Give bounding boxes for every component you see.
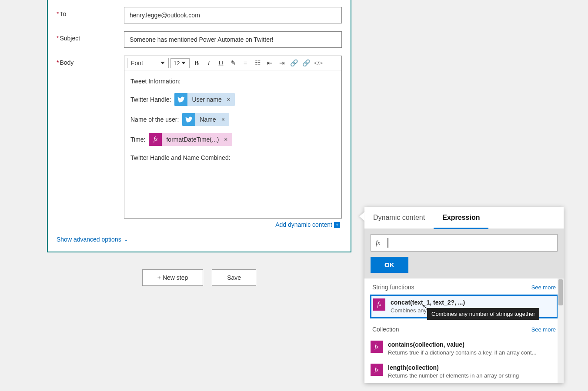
flow-action-row: + New step Save <box>47 269 351 286</box>
section-string-functions: String functions See more <box>364 278 564 295</box>
email-action-card: *To *Subject *Body Font 12 B I U ✎ ≡ ☷ <box>47 0 351 252</box>
fontsize-dropdown[interactable]: 12 <box>170 58 190 68</box>
twitter-icon <box>174 93 187 106</box>
chevron-down-icon: ⌄ <box>124 236 128 242</box>
font-dropdown[interactable]: Font <box>127 58 169 68</box>
function-list: String functions See more fx concat(text… <box>364 278 564 383</box>
fx-icon: fx <box>371 239 385 247</box>
editor-toolbar: Font 12 B I U ✎ ≡ ☷ ⇤ ⇥ 🔗 🔗 </> <box>124 56 341 70</box>
link-button[interactable]: 🔗 <box>289 58 299 68</box>
scroll-thumb[interactable] <box>558 279 563 305</box>
section-collection: Collection See more <box>364 321 564 337</box>
show-advanced-options-link[interactable]: Show advanced options ⌄ <box>57 236 342 243</box>
label-body: *Body <box>57 56 124 66</box>
bullet-list-button[interactable]: ≡ <box>240 58 251 68</box>
subject-input[interactable] <box>124 31 342 48</box>
add-dynamic-content-link[interactable]: Add dynamic content+ <box>124 219 342 228</box>
popover-arrow <box>359 212 364 221</box>
body-text: Twitter Handle: <box>130 95 171 104</box>
body-text: Name of the user: <box>130 115 179 124</box>
see-more-link[interactable]: See more <box>531 284 556 291</box>
plus-icon: + <box>334 222 340 228</box>
fx-icon: fx <box>371 364 383 376</box>
row-subject: *Subject <box>57 31 342 48</box>
see-more-link[interactable]: See more <box>531 326 556 333</box>
caret-icon <box>181 62 186 64</box>
caret-icon <box>160 62 165 64</box>
codeview-button[interactable]: </> <box>313 58 324 68</box>
text-color-button[interactable]: ✎ <box>228 58 238 68</box>
expression-input[interactable]: fx <box>371 234 558 252</box>
underline-button[interactable]: U <box>216 58 226 68</box>
token-username[interactable]: User name × <box>174 93 235 106</box>
indent-button[interactable]: ⇥ <box>277 58 287 68</box>
fx-icon: fx <box>373 298 385 311</box>
to-input[interactable] <box>124 7 342 23</box>
label-to: *To <box>57 7 124 17</box>
function-concat[interactable]: fx concat(text_1, text_2?, ...) Combines… <box>371 295 558 318</box>
ok-button[interactable]: OK <box>371 257 408 273</box>
token-expression[interactable]: fx formatDateTime(...) × <box>149 133 232 146</box>
body-editor[interactable]: Font 12 B I U ✎ ≡ ☷ ⇤ ⇥ 🔗 🔗 </> Tweet In… <box>124 56 342 219</box>
token-name[interactable]: Name × <box>182 113 229 126</box>
expression-popover: Dynamic content Expression fx OK String … <box>364 207 564 383</box>
fx-icon: fx <box>149 133 162 146</box>
row-to: *To <box>57 7 342 23</box>
number-list-button[interactable]: ☷ <box>252 58 263 68</box>
function-contains[interactable]: fx contains(collection, value) Returns t… <box>364 337 564 360</box>
bold-button[interactable]: B <box>191 58 202 68</box>
italic-button[interactable]: I <box>204 58 214 68</box>
expression-entry-area: fx OK <box>364 229 564 278</box>
tab-expression[interactable]: Expression <box>434 207 488 229</box>
body-text: Time: <box>130 135 145 144</box>
body-text: Tweet Information: <box>130 78 180 85</box>
save-button[interactable]: Save <box>212 269 256 286</box>
remove-token-icon[interactable]: × <box>220 115 229 124</box>
remove-token-icon[interactable]: × <box>223 135 232 144</box>
fx-icon: fx <box>371 341 383 353</box>
text-caret <box>388 238 388 248</box>
row-body: *Body Font 12 B I U ✎ ≡ ☷ ⇤ ⇥ 🔗 🔗 </> <box>57 56 342 228</box>
editor-body[interactable]: Tweet Information: Twitter Handle: User … <box>124 70 341 218</box>
tooltip: Combines any number of strings together <box>427 308 539 320</box>
new-step-button[interactable]: + New step <box>142 269 203 286</box>
twitter-icon <box>182 113 195 126</box>
scrollbar[interactable] <box>558 278 564 383</box>
function-length[interactable]: fx length(collection) Returns the number… <box>364 360 564 383</box>
outdent-button[interactable]: ⇤ <box>264 58 275 68</box>
tab-dynamic-content[interactable]: Dynamic content <box>364 207 434 229</box>
popover-tabs: Dynamic content Expression <box>364 207 564 229</box>
body-text: Twitter Handle and Name Combined: <box>130 153 231 162</box>
remove-token-icon[interactable]: × <box>226 95 235 104</box>
unlink-button[interactable]: 🔗 <box>301 58 311 68</box>
label-subject: *Subject <box>57 31 124 42</box>
